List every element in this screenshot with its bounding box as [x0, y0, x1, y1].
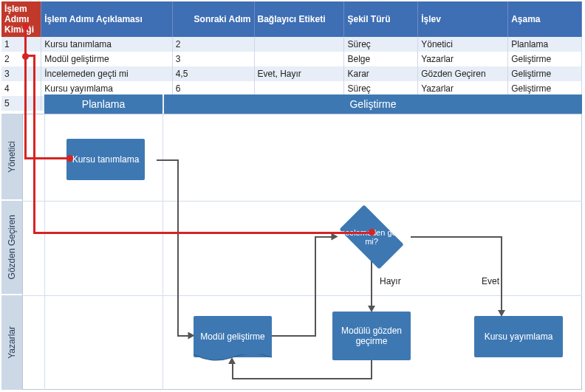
edge-label-no: Hayır — [380, 276, 401, 286]
swimlane-diagram: Planlama Geliştirme Yönetici Gözden Geçi… — [1, 94, 582, 390]
shape-define-course: Kursu tanımlama — [66, 139, 145, 180]
callout-dot-decision — [369, 229, 375, 235]
phase-header-plan: Planlama — [44, 94, 162, 114]
th-id: İşlem Adımı Kimliği — [1, 1, 41, 37]
table-row: 4 Kursu yayımlama 6 Süreç Yazarlar Geliş… — [1, 81, 582, 96]
shape-decision-review: İncelemeden geçti mi? — [332, 213, 411, 261]
shape-publish-course: Kursu yayımlama — [474, 316, 563, 357]
table-row: 3 İncelemeden geçti mi 4,5 Evet, Hayır K… — [1, 66, 582, 81]
table-row: 2 Modül geliştirme 3 Belge Yazarlar Geli… — [1, 52, 582, 66]
th-next: Sonraki Adım — [172, 1, 254, 37]
edge-label-yes: Evet — [482, 276, 499, 286]
lane-label-writers: Yazarlar — [1, 295, 22, 390]
shape-develop-module: Modül geliştirme — [194, 316, 272, 357]
phase-header-dev: Geliştirme — [164, 94, 582, 114]
th-func: İşlev — [418, 1, 508, 37]
table-row: 1 Kursu tanımlama 2 Süreç Yönetici Planl… — [1, 37, 582, 52]
th-phase: Aşama — [508, 1, 582, 37]
shape-review-module: Modülü gözden geçirme — [332, 312, 411, 360]
table-header-row: İşlem Adımı Kimliği İşlem Adımı Açıklama… — [1, 1, 582, 37]
callout-dot-define — [66, 155, 73, 162]
th-conn: Bağlayıcı Etiketi — [254, 1, 344, 37]
th-shape: Şekil Türü — [344, 1, 418, 37]
lane-label-manager: Yönetici — [1, 114, 22, 199]
lane-label-reviewer: Gözden Geçiren — [1, 201, 22, 294]
th-desc: İşlem Adımı Açıklaması — [41, 1, 172, 37]
